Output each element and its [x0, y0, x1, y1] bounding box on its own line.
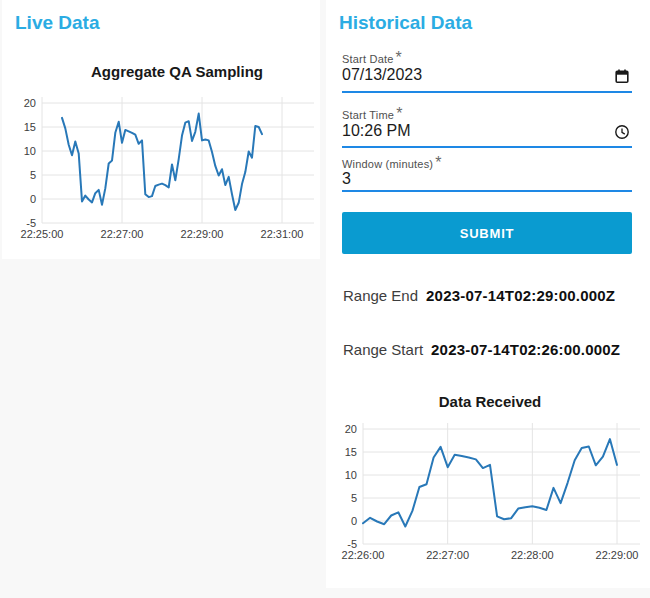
historical-data-panel: Historical Data Start Date* 07/13/2023 S…: [326, 0, 650, 588]
live-data-panel: Live Data Aggregate QA Sampling 20151050…: [2, 0, 320, 259]
svg-text:22:27:00: 22:27:00: [101, 228, 144, 240]
svg-text:20: 20: [24, 97, 36, 109]
svg-text:22:29:00: 22:29:00: [596, 549, 639, 561]
svg-text:10: 10: [345, 469, 357, 481]
svg-text:22:28:00: 22:28:00: [511, 549, 554, 561]
svg-text:20: 20: [345, 423, 357, 435]
svg-text:15: 15: [24, 121, 36, 133]
svg-text:10: 10: [24, 145, 36, 157]
svg-text:5: 5: [30, 169, 36, 181]
live-chart: 20151050-522:25:0022:27:0022:29:0022:31:…: [2, 0, 320, 259]
svg-text:5: 5: [351, 492, 357, 504]
svg-text:22:27:00: 22:27:00: [426, 549, 469, 561]
data-received-chart: 20151050-522:26:0022:27:0022:28:0022:29:…: [326, 0, 650, 588]
svg-text:22:25:00: 22:25:00: [21, 228, 64, 240]
svg-text:22:31:00: 22:31:00: [261, 228, 304, 240]
svg-text:0: 0: [351, 515, 357, 527]
svg-text:22:26:00: 22:26:00: [342, 549, 385, 561]
svg-text:0: 0: [30, 193, 36, 205]
svg-text:22:29:00: 22:29:00: [181, 228, 224, 240]
dashboard-page: { "left_panel": { "heading": "Live Data"…: [0, 0, 650, 598]
svg-text:15: 15: [345, 446, 357, 458]
